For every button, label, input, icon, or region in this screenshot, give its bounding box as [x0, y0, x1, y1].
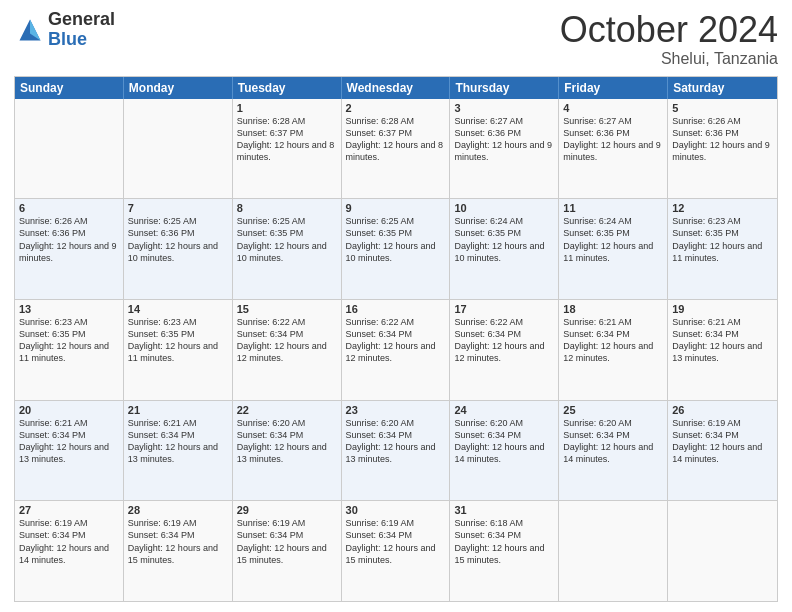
day-number: 31 — [454, 504, 554, 516]
title-block: October 2024 Shelui, Tanzania — [560, 10, 778, 68]
calendar-week-4: 20Sunrise: 6:21 AM Sunset: 6:34 PM Dayli… — [15, 400, 777, 501]
day-number: 26 — [672, 404, 773, 416]
header-cell-sunday: Sunday — [15, 77, 124, 99]
day-number: 30 — [346, 504, 446, 516]
day-info: Sunrise: 6:20 AM Sunset: 6:34 PM Dayligh… — [237, 417, 337, 466]
day-number: 1 — [237, 102, 337, 114]
day-number: 23 — [346, 404, 446, 416]
day-cell-20: 20Sunrise: 6:21 AM Sunset: 6:34 PM Dayli… — [15, 401, 124, 501]
day-cell-17: 17Sunrise: 6:22 AM Sunset: 6:34 PM Dayli… — [450, 300, 559, 400]
day-number: 24 — [454, 404, 554, 416]
calendar: SundayMondayTuesdayWednesdayThursdayFrid… — [14, 76, 778, 602]
calendar-week-1: 1Sunrise: 6:28 AM Sunset: 6:37 PM Daylig… — [15, 99, 777, 199]
day-cell-28: 28Sunrise: 6:19 AM Sunset: 6:34 PM Dayli… — [124, 501, 233, 601]
day-info: Sunrise: 6:28 AM Sunset: 6:37 PM Dayligh… — [346, 115, 446, 164]
day-info: Sunrise: 6:20 AM Sunset: 6:34 PM Dayligh… — [454, 417, 554, 466]
day-cell-18: 18Sunrise: 6:21 AM Sunset: 6:34 PM Dayli… — [559, 300, 668, 400]
empty-cell — [15, 99, 124, 199]
day-info: Sunrise: 6:25 AM Sunset: 6:36 PM Dayligh… — [128, 215, 228, 264]
day-cell-15: 15Sunrise: 6:22 AM Sunset: 6:34 PM Dayli… — [233, 300, 342, 400]
day-info: Sunrise: 6:19 AM Sunset: 6:34 PM Dayligh… — [19, 517, 119, 566]
day-number: 25 — [563, 404, 663, 416]
day-info: Sunrise: 6:27 AM Sunset: 6:36 PM Dayligh… — [454, 115, 554, 164]
day-cell-22: 22Sunrise: 6:20 AM Sunset: 6:34 PM Dayli… — [233, 401, 342, 501]
day-info: Sunrise: 6:24 AM Sunset: 6:35 PM Dayligh… — [563, 215, 663, 264]
calendar-week-3: 13Sunrise: 6:23 AM Sunset: 6:35 PM Dayli… — [15, 299, 777, 400]
page: General Blue October 2024 Shelui, Tanzan… — [0, 0, 792, 612]
day-number: 22 — [237, 404, 337, 416]
day-info: Sunrise: 6:19 AM Sunset: 6:34 PM Dayligh… — [346, 517, 446, 566]
day-number: 20 — [19, 404, 119, 416]
day-cell-27: 27Sunrise: 6:19 AM Sunset: 6:34 PM Dayli… — [15, 501, 124, 601]
logo: General Blue — [14, 10, 115, 50]
day-cell-8: 8Sunrise: 6:25 AM Sunset: 6:35 PM Daylig… — [233, 199, 342, 299]
day-cell-11: 11Sunrise: 6:24 AM Sunset: 6:35 PM Dayli… — [559, 199, 668, 299]
day-info: Sunrise: 6:20 AM Sunset: 6:34 PM Dayligh… — [563, 417, 663, 466]
empty-cell — [559, 501, 668, 601]
day-info: Sunrise: 6:18 AM Sunset: 6:34 PM Dayligh… — [454, 517, 554, 566]
calendar-week-2: 6Sunrise: 6:26 AM Sunset: 6:36 PM Daylig… — [15, 198, 777, 299]
day-cell-24: 24Sunrise: 6:20 AM Sunset: 6:34 PM Dayli… — [450, 401, 559, 501]
day-cell-4: 4Sunrise: 6:27 AM Sunset: 6:36 PM Daylig… — [559, 99, 668, 199]
day-cell-13: 13Sunrise: 6:23 AM Sunset: 6:35 PM Dayli… — [15, 300, 124, 400]
day-number: 27 — [19, 504, 119, 516]
calendar-body: 1Sunrise: 6:28 AM Sunset: 6:37 PM Daylig… — [15, 99, 777, 601]
day-cell-5: 5Sunrise: 6:26 AM Sunset: 6:36 PM Daylig… — [668, 99, 777, 199]
day-info: Sunrise: 6:19 AM Sunset: 6:34 PM Dayligh… — [672, 417, 773, 466]
day-cell-10: 10Sunrise: 6:24 AM Sunset: 6:35 PM Dayli… — [450, 199, 559, 299]
empty-cell — [668, 501, 777, 601]
day-info: Sunrise: 6:20 AM Sunset: 6:34 PM Dayligh… — [346, 417, 446, 466]
day-cell-16: 16Sunrise: 6:22 AM Sunset: 6:34 PM Dayli… — [342, 300, 451, 400]
day-cell-26: 26Sunrise: 6:19 AM Sunset: 6:34 PM Dayli… — [668, 401, 777, 501]
day-info: Sunrise: 6:21 AM Sunset: 6:34 PM Dayligh… — [19, 417, 119, 466]
day-cell-6: 6Sunrise: 6:26 AM Sunset: 6:36 PM Daylig… — [15, 199, 124, 299]
day-info: Sunrise: 6:24 AM Sunset: 6:35 PM Dayligh… — [454, 215, 554, 264]
day-number: 12 — [672, 202, 773, 214]
header-cell-thursday: Thursday — [450, 77, 559, 99]
empty-cell — [124, 99, 233, 199]
day-info: Sunrise: 6:26 AM Sunset: 6:36 PM Dayligh… — [19, 215, 119, 264]
day-number: 19 — [672, 303, 773, 315]
day-info: Sunrise: 6:22 AM Sunset: 6:34 PM Dayligh… — [237, 316, 337, 365]
day-number: 29 — [237, 504, 337, 516]
day-number: 3 — [454, 102, 554, 114]
header-cell-monday: Monday — [124, 77, 233, 99]
day-number: 7 — [128, 202, 228, 214]
header-cell-wednesday: Wednesday — [342, 77, 451, 99]
day-number: 14 — [128, 303, 228, 315]
day-info: Sunrise: 6:21 AM Sunset: 6:34 PM Dayligh… — [672, 316, 773, 365]
day-info: Sunrise: 6:21 AM Sunset: 6:34 PM Dayligh… — [128, 417, 228, 466]
day-cell-25: 25Sunrise: 6:20 AM Sunset: 6:34 PM Dayli… — [559, 401, 668, 501]
day-cell-9: 9Sunrise: 6:25 AM Sunset: 6:35 PM Daylig… — [342, 199, 451, 299]
day-number: 2 — [346, 102, 446, 114]
day-info: Sunrise: 6:22 AM Sunset: 6:34 PM Dayligh… — [346, 316, 446, 365]
day-number: 4 — [563, 102, 663, 114]
day-cell-23: 23Sunrise: 6:20 AM Sunset: 6:34 PM Dayli… — [342, 401, 451, 501]
day-number: 13 — [19, 303, 119, 315]
day-number: 10 — [454, 202, 554, 214]
day-cell-31: 31Sunrise: 6:18 AM Sunset: 6:34 PM Dayli… — [450, 501, 559, 601]
day-number: 16 — [346, 303, 446, 315]
calendar-week-5: 27Sunrise: 6:19 AM Sunset: 6:34 PM Dayli… — [15, 500, 777, 601]
day-cell-30: 30Sunrise: 6:19 AM Sunset: 6:34 PM Dayli… — [342, 501, 451, 601]
day-info: Sunrise: 6:23 AM Sunset: 6:35 PM Dayligh… — [19, 316, 119, 365]
day-info: Sunrise: 6:23 AM Sunset: 6:35 PM Dayligh… — [128, 316, 228, 365]
day-cell-12: 12Sunrise: 6:23 AM Sunset: 6:35 PM Dayli… — [668, 199, 777, 299]
day-info: Sunrise: 6:23 AM Sunset: 6:35 PM Dayligh… — [672, 215, 773, 264]
location-subtitle: Shelui, Tanzania — [560, 50, 778, 68]
logo-general: General — [48, 10, 115, 30]
day-number: 5 — [672, 102, 773, 114]
logo-blue: Blue — [48, 30, 115, 50]
day-cell-3: 3Sunrise: 6:27 AM Sunset: 6:36 PM Daylig… — [450, 99, 559, 199]
calendar-header-row: SundayMondayTuesdayWednesdayThursdayFrid… — [15, 77, 777, 99]
header-cell-tuesday: Tuesday — [233, 77, 342, 99]
day-cell-19: 19Sunrise: 6:21 AM Sunset: 6:34 PM Dayli… — [668, 300, 777, 400]
day-number: 9 — [346, 202, 446, 214]
day-cell-2: 2Sunrise: 6:28 AM Sunset: 6:37 PM Daylig… — [342, 99, 451, 199]
day-info: Sunrise: 6:25 AM Sunset: 6:35 PM Dayligh… — [346, 215, 446, 264]
day-info: Sunrise: 6:26 AM Sunset: 6:36 PM Dayligh… — [672, 115, 773, 164]
day-cell-14: 14Sunrise: 6:23 AM Sunset: 6:35 PM Dayli… — [124, 300, 233, 400]
day-info: Sunrise: 6:22 AM Sunset: 6:34 PM Dayligh… — [454, 316, 554, 365]
day-number: 21 — [128, 404, 228, 416]
day-cell-7: 7Sunrise: 6:25 AM Sunset: 6:36 PM Daylig… — [124, 199, 233, 299]
